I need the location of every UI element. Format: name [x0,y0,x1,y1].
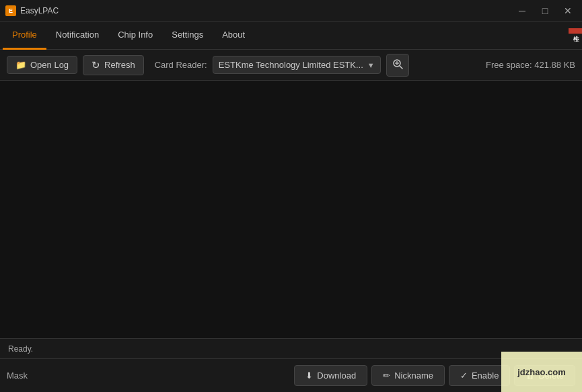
maximize-button[interactable]: □ [536,3,554,18]
download-icon: ⬇ [305,370,313,381]
refresh-button[interactable]: ↻ Refresh [83,55,144,75]
close-button[interactable]: ✕ [559,3,577,18]
status-bar: Ready. [0,338,582,358]
open-log-button[interactable]: 📁 Open Log [7,56,77,74]
menu-item-about[interactable]: About [213,22,254,50]
scan-button[interactable] [386,54,409,77]
main-content [0,81,582,338]
pencil-icon: ✏ [383,370,390,381]
card-reader-label: Card Reader: [155,60,207,70]
menu-item-chip-info[interactable]: Chip Info [108,22,162,50]
app-title: EasyLPAC [20,6,59,15]
menu-item-notification[interactable]: Notification [46,22,108,50]
card-reader-value: ESTKme Technology Limited ESTK... [219,60,363,70]
open-log-label: Open Log [30,60,69,70]
refresh-icon: ↻ [92,59,100,71]
mask-label: Mask [7,370,28,381]
right-side-label: 牛检 [569,28,582,34]
menu-item-settings[interactable]: Settings [162,22,213,50]
menu-item-profile[interactable]: Profile [3,22,46,50]
enable-label: Enable [472,370,499,381]
status-text: Ready. [8,344,33,354]
download-label: Download [317,370,356,381]
card-reader-dropdown[interactable]: ESTKme Technology Limited ESTK... ▼ [213,56,381,74]
nickname-button[interactable]: ✏ Nickname [371,365,445,386]
svg-line-1 [400,66,402,69]
minimize-button[interactable]: ─ [513,3,531,18]
scan-icon [392,58,404,73]
title-bar-left: E EasyLPAC [5,5,59,16]
folder-icon: 📁 [15,60,26,70]
menu-bar: Profile Notification Chip Info Settings … [0,22,582,50]
app-icon: E [5,5,16,16]
nickname-label: Nickname [394,370,433,381]
title-bar: E EasyLPAC ─ □ ✕ [0,0,582,22]
bottom-toolbar: Mask ⬇ Download ✏ Nickname ✓ Enable 🗑 De… [0,358,582,392]
free-space-label: Free space: 421.88 KB [486,60,575,70]
watermark: jdzhao.com [501,352,582,392]
chevron-down-icon: ▼ [367,61,375,69]
check-icon: ✓ [460,370,468,381]
download-button[interactable]: ⬇ Download [294,365,367,386]
title-bar-controls: ─ □ ✕ [513,3,577,18]
refresh-label: Refresh [104,60,135,70]
toolbar: 📁 Open Log ↻ Refresh Card Reader: ESTKme… [0,50,582,81]
